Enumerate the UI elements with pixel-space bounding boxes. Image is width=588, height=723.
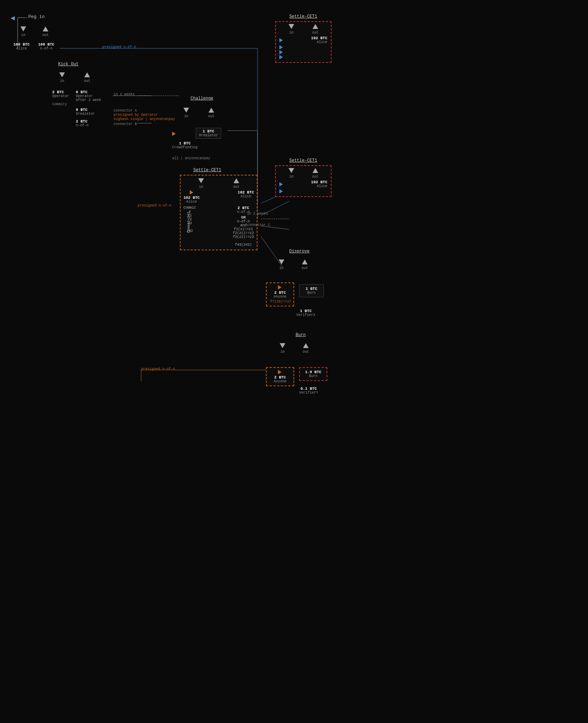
challenge-output1: 1 BTC Orealetor — [196, 128, 221, 139]
burn-output-box: 1.9 BTC Burn — [299, 367, 327, 381]
pegin-in-arrow: in — [20, 26, 26, 37]
challenge-in-arrow: in — [183, 108, 189, 118]
commit-242: Commit 242 — [187, 212, 191, 233]
settle-cet1-mid-box: in out 102 BTC Alice 102 BTC Alice Commi… — [180, 175, 257, 250]
challenge-out-arrow: out — [208, 108, 214, 118]
connection-lines — [0, 0, 346, 424]
settle-right-in: in — [284, 168, 298, 179]
disprove-in-arrow: in — [279, 259, 284, 270]
pegin-title: Peg in — [28, 14, 45, 19]
pegin-input-value: 100 BTC Alice — [13, 42, 30, 50]
disprove-output-box: 1 BTC Burn — [299, 284, 324, 297]
settle-mid-out: out — [229, 178, 243, 189]
disprove-title: Disprove — [289, 249, 310, 254]
connector-a-label: connector A — [114, 109, 137, 113]
burn-input-box: 2 BTC Anyone — [266, 367, 294, 386]
kickout-title: Kick Out — [58, 62, 79, 67]
in1weeks-label: in 1 weeks — [114, 92, 135, 96]
back-arrow[interactable]: ◀ — [11, 13, 15, 22]
settle-cet1-right-box: in out 102 BTC Alice — [275, 165, 332, 197]
kickout-out-arrow: out — [84, 72, 90, 83]
burn-out-arrow: out — [303, 343, 309, 354]
settle-top-out: out — [308, 24, 322, 35]
disprove-extra-output: 1 BTC VerifierX — [296, 309, 315, 317]
settle-cet1-right-title: Settle-CET1 — [289, 158, 317, 163]
disprove-out-arrow: out — [302, 259, 308, 270]
in2weeks-label: in 2 weeks — [247, 212, 268, 216]
kickout-output1: 0 BTC Operator after 2 week — [76, 90, 101, 102]
presigned-by-operator: presigned by Operator — [114, 113, 158, 117]
presigned-label-top: presigned n-of-n — [102, 45, 136, 49]
disprove-input-box: 2 BTC Anyone f7(z6)!=z7 — [266, 282, 294, 306]
burn-in-arrow: in — [280, 343, 285, 354]
connector-b-label: connector B — [114, 122, 137, 126]
diagram: ◀ Peg in in out 100 BTC Alice 100 BTC n-… — [0, 0, 346, 424]
challenge-output2: 1 BTC Crowdfunding — [172, 141, 198, 149]
challenge-orange-arrow — [172, 132, 176, 137]
kickout-output2: 0 BTC Orealetor — [76, 108, 95, 116]
challenge-title: Challenge — [190, 96, 213, 101]
sighash-label: sighash single | anyonecanpay — [114, 117, 175, 121]
pegin-out-arrow: out — [42, 26, 49, 37]
presigned-mid-label: presigned n-of-n — [138, 204, 171, 208]
settle-right-out: out — [308, 168, 322, 179]
kickout-input-value: 2 BTC Operator — [52, 90, 69, 98]
kickout-output3: 2 BTC n-of-n — [76, 119, 89, 127]
challenge-annotation: all | anyonecanpay — [172, 156, 210, 160]
settle-cet1-top-box: in out 102 BTC Alice — [275, 21, 332, 63]
burn-title: Burn — [296, 333, 306, 337]
burn-extra-output: 0.1 BTC VerifierY — [299, 387, 318, 395]
settle-cet1-mid-title: Settle-CET1 — [193, 168, 221, 173]
kickout-in-arrow: in — [59, 72, 65, 83]
settle-mid-in: in — [194, 178, 208, 189]
connector-c-label: connector C — [247, 223, 270, 227]
settle-cet1-top-title: Settle-CET1 — [289, 14, 317, 19]
settle-top-in: in — [284, 24, 298, 35]
pegin-output-value: 100 BTC n-of-n — [38, 42, 54, 50]
presigned-burn-label: presigned n-of-n — [141, 367, 175, 371]
kickout-commity: Commity — [52, 102, 67, 106]
